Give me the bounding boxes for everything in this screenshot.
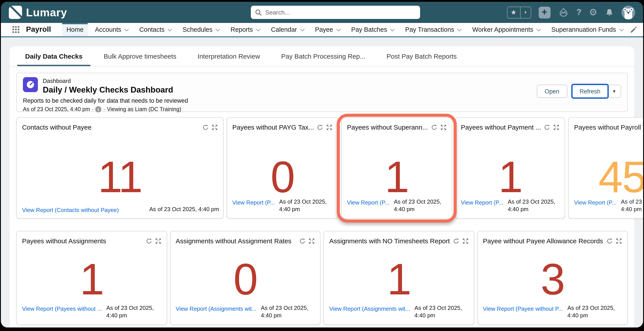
favorites-star-icon[interactable]: ★ — [507, 7, 520, 18]
global-header-actions: ★ ▼ + ? ⚙ — [507, 6, 635, 19]
view-report-link[interactable]: View Report (P... — [232, 199, 275, 206]
nav-tab-label: Superannuation Funds — [550, 26, 617, 33]
refresh-icon[interactable] — [453, 238, 459, 246]
refresh-icon[interactable] — [299, 238, 306, 246]
help-icon[interactable]: ? — [576, 8, 582, 17]
info-icon[interactable]: i — [96, 106, 102, 112]
notifications-bell-icon[interactable] — [605, 8, 614, 17]
lumary-logo-icon — [9, 6, 22, 19]
expand-icon[interactable] — [155, 238, 161, 246]
as-of-timestamp: As of 23 Oct 2025, 4:40 pm — [23, 106, 90, 112]
metric-value: 0 — [227, 155, 338, 199]
open-button[interactable]: Open — [537, 84, 567, 98]
chevron-down-icon — [336, 27, 341, 31]
expand-icon[interactable] — [462, 238, 468, 246]
nav-tab-reports[interactable]: Reports — [226, 23, 264, 36]
dashboard-tab-strip: Daily Data ChecksBulk Approve timesheets… — [10, 46, 634, 66]
edit-nav-pencil-icon[interactable] — [624, 23, 643, 36]
metric-value: 1 — [456, 155, 565, 199]
dashboard-card-assignments-with-no-timesheets-report: Assignments with NO Timesheets Report 1 … — [324, 231, 474, 325]
refresh-icon[interactable] — [431, 124, 437, 132]
setup-gear-icon[interactable]: ⚙ — [589, 7, 597, 18]
nav-tab-schedules[interactable]: Schedules — [178, 23, 224, 36]
chevron-down-icon — [619, 27, 624, 31]
refresh-button[interactable]: Refresh — [571, 84, 609, 99]
dashboard-canvas: Contacts without Payee 11 View Report (C… — [10, 112, 634, 328]
lumary-logo: Lumary — [9, 6, 67, 19]
screen: Lumary ★ ▼ + ? ⚙ — [0, 0, 644, 331]
view-report-link[interactable]: View Report (Assignments wit... — [176, 306, 256, 312]
dashboard-card-contacts-without-payee: Contacts without Payee 11 View Report (C… — [16, 117, 224, 218]
dashboard-card-payees-without-payroll-t: Payees without Payroll T... 45 View Repo… — [568, 117, 643, 218]
view-report-link[interactable]: View Report (Payee without P... — [483, 306, 563, 312]
global-header: Lumary ★ ▼ + ? ⚙ — [1, 2, 643, 23]
nav-tab-contacts[interactable]: Contacts — [135, 23, 176, 36]
viewing-as-label: Viewing as Liam (DC Training) — [107, 106, 181, 112]
chevron-down-icon — [256, 27, 260, 31]
nav-tab-accounts[interactable]: Accounts — [90, 23, 132, 36]
refresh-icon[interactable] — [317, 124, 323, 132]
view-report-link[interactable]: View Report (P... — [461, 199, 504, 206]
card-title: Contacts without Payee — [22, 124, 199, 131]
view-report-link[interactable]: View Report (P... — [574, 199, 617, 206]
nav-tab-list: HomeAccountsContactsSchedulesReportsCale… — [60, 23, 624, 36]
dashboard-card-payees-without-superann: Payees without Superann... 1 View Report… — [341, 117, 452, 218]
expand-icon[interactable] — [440, 124, 446, 132]
card-as-of-timestamp: As of 23 Oct 2025, 4:40 pm — [621, 198, 643, 213]
expand-icon[interactable] — [554, 124, 560, 132]
nav-tab-worker-appointments[interactable]: Worker Appointments — [468, 23, 544, 36]
card-title: Payees without PAYG Tax... — [232, 124, 314, 131]
expand-icon[interactable] — [308, 238, 315, 246]
view-report-link[interactable]: View Report (P... — [347, 199, 390, 206]
view-report-link[interactable]: View Report (Assignments wit... — [329, 306, 410, 312]
record-type-label: Dashboard — [43, 78, 173, 84]
metric-value: 1 — [17, 257, 166, 301]
avatar[interactable] — [622, 6, 635, 19]
nav-tab-pay-transactions[interactable]: Pay Transactions — [401, 23, 465, 36]
nav-tab-label: Worker Appointments — [472, 26, 534, 33]
refresh-icon[interactable] — [202, 124, 208, 132]
app-nav-bar: Payroll HomeAccountsContactsSchedulesRep… — [1, 23, 643, 38]
refresh-icon[interactable] — [544, 124, 550, 132]
dashboard-card-payees-without-payg-tax: Payees without PAYG Tax... 0 View Report… — [226, 117, 338, 218]
expand-icon[interactable] — [212, 124, 218, 132]
global-search[interactable] — [250, 6, 420, 19]
expand-icon[interactable] — [616, 238, 622, 246]
nav-tab-calendar[interactable]: Calendar — [267, 23, 308, 36]
refresh-icon[interactable] — [146, 238, 152, 246]
page-title: Daily / Weekly Checks Dashboard — [43, 85, 173, 95]
app-launcher-icon[interactable] — [11, 26, 21, 34]
view-report-link[interactable]: View Report (Payees without ... — [22, 306, 102, 312]
view-report-link[interactable]: View Report (Contacts without Payee) — [22, 207, 119, 213]
card-as-of-timestamp: As of 23 Oct 2025, 4:40 pm — [394, 198, 448, 213]
metric-value: 3 — [478, 257, 627, 301]
chevron-down-icon — [536, 27, 541, 31]
refresh-icon[interactable] — [606, 238, 613, 246]
tab-pay-batch-processing-rep[interactable]: Pay Batch Processing Rep... — [273, 46, 373, 66]
refresh-dropdown-caret[interactable]: ▼ — [608, 84, 621, 98]
nav-tab-label: Accounts — [94, 26, 122, 33]
tab-interpretation-review[interactable]: Interpretation Review — [190, 46, 268, 66]
tab-daily-data-checks[interactable]: Daily Data Checks — [17, 46, 90, 66]
card-title: Payees without Superann... — [347, 124, 428, 131]
search-input[interactable] — [265, 9, 416, 16]
global-actions-add-icon[interactable]: + — [538, 6, 550, 18]
nav-tab-superannuation-funds[interactable]: Superannuation Funds — [547, 23, 624, 36]
favorites-caret-icon[interactable]: ▼ — [520, 7, 530, 18]
card-title: Payee without Payee Allowance Records — [483, 237, 604, 244]
nav-tab-pay-batches[interactable]: Pay Batches — [347, 23, 398, 36]
dashboard-header: Dashboard Daily / Weekly Checks Dashboar… — [16, 73, 628, 112]
dashboard-as-of-line: As of 23 Oct 2025, 4:40 pm · i · Viewing… — [23, 106, 621, 112]
chevron-down-icon — [124, 27, 129, 31]
card-as-of-timestamp: As of 23 Oct 2025, 4:40 pm — [567, 304, 623, 320]
card-as-of-timestamp: As of 23 Oct 2025, 4:40 pm — [508, 198, 561, 213]
tab-post-pay-batch-reports[interactable]: Post Pay Batch Reports — [379, 46, 465, 66]
nav-tab-payee[interactable]: Payee — [310, 23, 344, 36]
trailhead-icon[interactable] — [558, 7, 569, 18]
card-as-of-timestamp: As of 23 Oct 2025, 4:40 pm — [414, 304, 470, 320]
nav-tab-home[interactable]: Home — [62, 23, 88, 36]
nav-tab-label: Calendar — [270, 26, 298, 33]
tab-bulk-approve-timesheets[interactable]: Bulk Approve timesheets — [96, 46, 184, 66]
dashboard-icon — [23, 77, 38, 92]
expand-icon[interactable] — [326, 124, 332, 132]
